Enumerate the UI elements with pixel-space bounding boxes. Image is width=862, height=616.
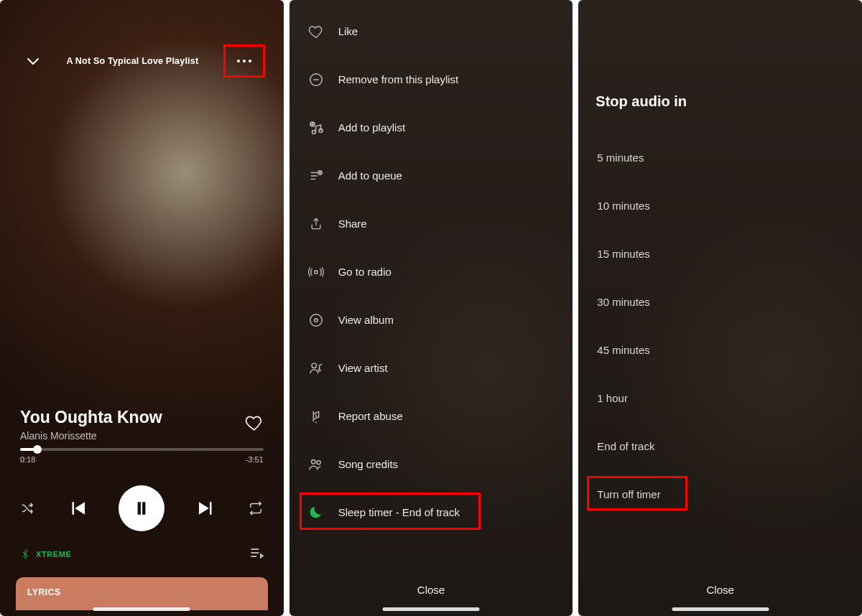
option-label: View artist (338, 362, 388, 374)
add-playlist-icon (307, 119, 325, 136)
svg-point-6 (310, 314, 322, 326)
share-icon (307, 216, 325, 232)
time-elapsed: 0:18 (20, 455, 35, 464)
svg-point-11 (317, 460, 320, 464)
lyrics-label: LYRICS (27, 587, 61, 597)
timer-option-30m[interactable]: 30 minutes (597, 278, 843, 326)
sleep-timer-sheet: Stop audio in 5 minutes 10 minutes 15 mi… (578, 0, 862, 616)
heart-icon (307, 24, 325, 39)
connected-device[interactable]: XTREME (20, 549, 71, 559)
time-remaining: -3:51 (246, 455, 264, 464)
more-icon (237, 60, 251, 62)
home-indicator (383, 607, 480, 611)
track-artist: Alanis Morissette (20, 430, 264, 442)
svg-point-7 (314, 318, 318, 322)
more-options-button[interactable] (223, 45, 265, 78)
playlist-name: A Not So Typical Love Playlist (66, 56, 198, 66)
close-button[interactable]: Close (289, 584, 573, 596)
next-button[interactable] (195, 498, 217, 519)
timer-option-1h[interactable]: 1 hour (597, 374, 843, 422)
option-share[interactable]: Share (289, 200, 573, 248)
timer-option-eot[interactable]: End of track (597, 422, 843, 470)
option-report[interactable]: Report abuse (289, 392, 573, 440)
track-title: You Oughta Know (20, 408, 264, 427)
now-playing-screen: A Not So Typical Love Playlist You Ought… (0, 0, 284, 616)
timer-option-15m[interactable]: 15 minutes (597, 230, 843, 278)
option-credits[interactable]: Song credits (289, 440, 573, 488)
options-list: Like Remove from this playlist Add to pl… (289, 7, 573, 536)
remove-icon (307, 72, 325, 88)
artist-icon (307, 360, 325, 376)
timer-options: 5 minutes 10 minutes 15 minutes 30 minut… (597, 134, 843, 518)
track-options-sheet: Like Remove from this playlist Add to pl… (289, 0, 573, 616)
option-sleep-timer[interactable]: Sleep timer - End of track (289, 488, 573, 536)
progress-bar[interactable]: 0:18 -3:51 (20, 448, 264, 464)
lyrics-card[interactable]: LYRICS (16, 577, 268, 610)
option-label: Add to queue (338, 169, 402, 182)
pause-button[interactable] (119, 485, 164, 531)
option-label: Song credits (338, 458, 398, 470)
svg-point-9 (318, 369, 320, 371)
option-add-playlist[interactable]: Add to playlist (289, 103, 573, 151)
report-icon (307, 409, 325, 424)
device-name: XTREME (36, 550, 71, 559)
option-label: View album (338, 314, 394, 326)
svg-point-5 (314, 270, 318, 274)
bluetooth-icon (20, 549, 30, 559)
home-indicator (93, 607, 190, 611)
shuffle-button[interactable] (20, 500, 36, 516)
moon-icon (307, 505, 325, 521)
option-label: Sleep timer - End of track (338, 506, 460, 518)
option-view-artist[interactable]: View artist (289, 344, 573, 392)
option-like[interactable]: Like (289, 7, 573, 55)
option-label: Share (338, 218, 367, 230)
collapse-button[interactable] (24, 52, 42, 70)
option-label: Like (338, 25, 358, 37)
option-add-queue[interactable]: Add to queue (289, 151, 573, 200)
option-label: Report abuse (338, 410, 403, 422)
close-button[interactable]: Close (578, 584, 862, 596)
people-icon (307, 457, 325, 472)
sheet-title: Stop audio in (595, 93, 687, 110)
like-button[interactable] (245, 414, 264, 435)
option-label: Remove from this playlist (338, 73, 459, 85)
timer-option-5m[interactable]: 5 minutes (597, 134, 843, 182)
option-remove[interactable]: Remove from this playlist (289, 55, 573, 103)
queue-add-icon (307, 168, 325, 184)
queue-button[interactable] (249, 546, 264, 563)
timer-option-off[interactable]: Turn off timer (597, 470, 843, 518)
option-label: Add to playlist (338, 121, 405, 134)
previous-button[interactable] (67, 498, 88, 519)
home-indicator (672, 607, 769, 611)
repeat-button[interactable] (248, 500, 264, 516)
album-icon (307, 312, 325, 328)
timer-option-45m[interactable]: 45 minutes (597, 326, 843, 374)
svg-point-8 (312, 363, 316, 368)
timer-option-10m[interactable]: 10 minutes (597, 182, 843, 230)
option-label: Go to radio (338, 266, 391, 278)
radio-icon (307, 264, 325, 280)
svg-point-10 (311, 459, 315, 464)
option-view-album[interactable]: View album (289, 296, 573, 344)
option-radio[interactable]: Go to radio (289, 248, 573, 296)
